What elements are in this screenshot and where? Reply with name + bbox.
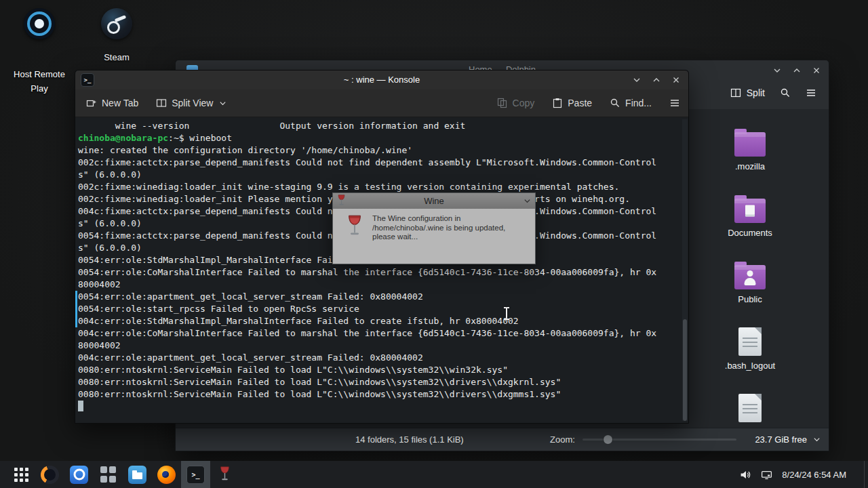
taskbar-app-konsole[interactable]: >_ xyxy=(181,461,210,488)
terminal-line: 0054:err:ole:start_rpcss Failed to open … xyxy=(78,303,656,315)
taskbar-app-firefox-dark[interactable] xyxy=(35,461,64,488)
show-desktop-button[interactable] xyxy=(864,461,868,488)
app-launcher-button[interactable] xyxy=(7,461,35,488)
desktop: Host Remote Play Steam Home — Dolphin xyxy=(0,0,868,488)
firefox-icon xyxy=(157,466,176,484)
split-view-button[interactable]: Split View xyxy=(156,98,226,108)
folder-icon xyxy=(734,265,766,289)
file-label: Documents xyxy=(718,228,782,238)
wine-glass-icon xyxy=(337,195,346,207)
folder-summary: 14 folders, 15 files (1.1 KiB) xyxy=(355,434,464,445)
taskbar-app-wine[interactable] xyxy=(210,461,239,488)
file-item[interactable]: Documents xyxy=(718,193,782,238)
taskbar-app-firefox[interactable] xyxy=(152,461,181,488)
dolphin-statusbar: 14 folders, 15 files (1.1 KiB) Zoom: 23.… xyxy=(176,428,829,451)
terminal-line: 0080:err:ntoskrnl:ServiceMain Failed to … xyxy=(78,388,656,401)
terminal-line: 004c:err:ole:StdMarshalImpl_MarshalInter… xyxy=(78,315,656,327)
find-label: Find... xyxy=(625,98,652,108)
search-button[interactable] xyxy=(780,87,791,98)
app-launcher-icon xyxy=(14,468,28,482)
display-icon[interactable] xyxy=(761,469,772,481)
copy-button[interactable]: Copy xyxy=(497,98,535,108)
paste-label: Paste xyxy=(568,98,592,108)
file-item[interactable]: .mozilla xyxy=(718,127,782,171)
free-space-label: 23.7 GiB free xyxy=(755,434,807,445)
close-button[interactable] xyxy=(810,64,823,77)
split-view-label: Split View xyxy=(172,98,213,108)
desktop-icon-steam[interactable]: Steam xyxy=(85,8,148,62)
maximize-button[interactable] xyxy=(790,64,804,77)
file-label: Public xyxy=(718,294,782,304)
firefox-dark-icon xyxy=(41,466,59,484)
chevron-down-icon xyxy=(219,100,226,107)
terminal-line: 0054:err:ole:CoMarshalInterface Failed t… xyxy=(78,266,656,279)
paste-icon xyxy=(552,98,563,108)
taskbar-app-grid[interactable] xyxy=(94,461,123,488)
terminal-line: 80004002 xyxy=(78,279,656,291)
file-item[interactable]: Public xyxy=(718,260,782,304)
file-label: .bash_logout xyxy=(718,361,782,371)
copy-label: Copy xyxy=(513,98,535,108)
paste-button[interactable]: Paste xyxy=(552,98,592,108)
new-output-marker xyxy=(75,291,77,327)
chevron-down-icon[interactable] xyxy=(813,436,821,443)
clock[interactable]: 8/24/24 6:54 AM xyxy=(782,470,846,480)
folder-icon xyxy=(734,132,766,157)
file-item[interactable]: .bash_logout xyxy=(718,326,782,371)
find-button[interactable]: Find... xyxy=(610,98,652,108)
terminal-line: 0080:err:ntoskrnl:ServiceMain Failed to … xyxy=(78,364,656,376)
search-icon xyxy=(610,98,620,108)
wine-dialog[interactable]: Wine The Wine configuration in /home/chi… xyxy=(332,192,536,264)
wine-glass-icon xyxy=(347,214,363,240)
wine-icon xyxy=(219,466,231,483)
close-icon xyxy=(812,66,821,75)
file-item[interactable] xyxy=(718,392,782,427)
remote-play-icon xyxy=(24,8,55,39)
zoom-slider-handle[interactable] xyxy=(603,434,613,445)
split-button[interactable]: Split xyxy=(730,87,765,98)
minimize-icon xyxy=(633,76,641,84)
menu-button[interactable] xyxy=(669,98,680,108)
new-tab-label: New Tab xyxy=(102,98,138,108)
search-icon xyxy=(780,87,791,98)
wine-dialog-title: Wine xyxy=(346,196,522,206)
taskbar: >_ 8/24/24 6:54 AM xyxy=(0,461,868,488)
volume-icon[interactable] xyxy=(740,469,751,481)
folder-icon xyxy=(734,199,766,223)
terminal-cursor xyxy=(78,401,83,411)
mouse-ibeam-cursor xyxy=(502,307,510,320)
terminal-area[interactable]: wine --version Output version informatio… xyxy=(75,117,688,423)
maximize-button[interactable] xyxy=(650,73,663,87)
close-button[interactable] xyxy=(669,73,683,87)
terminal-line: 0054:err:ole:apartment_get_local_server_… xyxy=(78,291,656,303)
minimize-button[interactable] xyxy=(630,73,644,87)
scrollbar-handle[interactable] xyxy=(683,319,687,421)
taskbar-app-blue[interactable] xyxy=(64,461,94,488)
terminal-line: chinoba@nobara-pc:~$ wineboot xyxy=(78,132,656,144)
desktop-icon-host-remote-play[interactable]: Host Remote Play xyxy=(5,8,73,96)
taskbar-app-dolphin[interactable] xyxy=(123,461,152,488)
minimize-button[interactable] xyxy=(770,64,784,77)
menu-button[interactable] xyxy=(806,87,816,98)
terminal-scrollbar[interactable] xyxy=(682,119,688,421)
terminal-line: 80004002 xyxy=(78,340,656,352)
blue-app-icon xyxy=(70,466,88,484)
hamburger-menu-icon xyxy=(669,98,680,108)
new-tab-button[interactable]: New Tab xyxy=(86,98,138,108)
minimize-icon xyxy=(773,66,781,75)
maximize-icon xyxy=(652,76,660,84)
desktop-icon-label: Host Remote Play xyxy=(5,67,73,96)
terminal-line: wine --version Output version informatio… xyxy=(78,120,656,132)
terminal-line: 002c:fixme:actctx:parse_depend_manifests… xyxy=(78,157,656,169)
konsole-titlebar[interactable]: >_ ~ : wine — Konsole xyxy=(75,70,688,89)
wine-message-line: The Wine configuration in xyxy=(372,214,505,224)
terminal-line: 004c:err:ole:apartment_get_local_server_… xyxy=(78,352,656,364)
zoom-label: Zoom: xyxy=(550,434,575,445)
konsole-toolbar: New Tab Split View Copy Paste xyxy=(75,89,688,117)
split-view-icon xyxy=(156,98,167,108)
chevron-down-icon[interactable] xyxy=(524,197,531,205)
terminal-line: wine: created the configuration director… xyxy=(78,144,656,157)
wine-dialog-body: The Wine configuration in /home/chinoba/… xyxy=(333,209,535,264)
wine-dialog-titlebar[interactable]: Wine xyxy=(333,193,535,209)
terminal-line: s" (6.0.0.0) xyxy=(78,169,656,181)
